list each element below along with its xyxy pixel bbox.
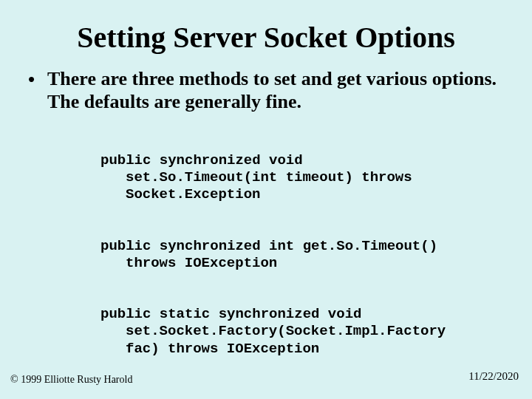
footer-copyright: © 1999 Elliotte Rusty Harold bbox=[10, 374, 132, 386]
slide-title: Setting Server Socket Options bbox=[0, 0, 532, 68]
slide-content: • There are three methods to set and get… bbox=[0, 68, 532, 392]
bullet-marker: • bbox=[27, 68, 47, 91]
code-line: public synchronized int get.So.Timeout()… bbox=[100, 238, 461, 272]
bullet-item: • There are three methods to set and get… bbox=[27, 68, 505, 113]
bullet-text: There are three methods to set and get v… bbox=[47, 68, 505, 113]
code-block: public synchronized void set.So.Timeout(… bbox=[27, 113, 505, 392]
footer-date: 11/22/2020 bbox=[468, 370, 519, 383]
code-line: public synchronized void set.So.Timeout(… bbox=[100, 152, 461, 204]
code-line: public static synchronized void set.Sock… bbox=[100, 306, 461, 358]
